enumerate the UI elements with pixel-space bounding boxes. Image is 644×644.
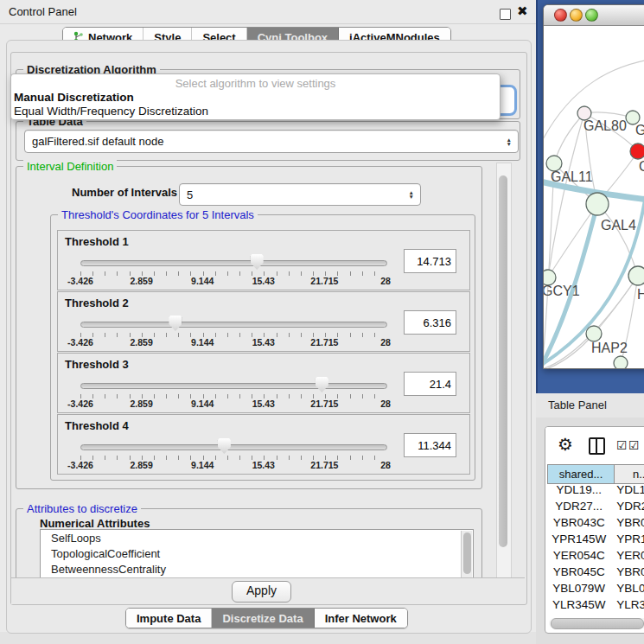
column-header-name[interactable]: n... bbox=[614, 464, 644, 484]
table-row[interactable]: YBR043CYBR0 bbox=[547, 516, 644, 532]
scrollbar-thumb[interactable] bbox=[551, 618, 644, 629]
cell[interactable]: YBR045C bbox=[547, 565, 610, 582]
apply-button[interactable]: Apply bbox=[232, 581, 291, 603]
tick-labels: -3.426 2.859 9.144 15.43 21.715 28 bbox=[80, 460, 386, 470]
dropdown-item-manual-discretization[interactable]: Manual Discretization bbox=[14, 91, 134, 104]
cell[interactable]: YBR0 bbox=[610, 516, 644, 532]
gear-icon[interactable]: ⚙ bbox=[558, 434, 573, 455]
tick-label: -3.426 bbox=[67, 276, 93, 286]
cell[interactable]: YLR345W bbox=[547, 598, 610, 615]
table-row[interactable]: YDL19...YDL1 bbox=[547, 483, 644, 500]
threshold-2-slider[interactable] bbox=[80, 315, 386, 332]
cell[interactable]: YBR043C bbox=[547, 516, 610, 532]
cell[interactable]: YIL052C bbox=[547, 615, 610, 615]
numerical-attributes-list[interactable]: SelfLoops TopologicalCoefficient Between… bbox=[40, 529, 474, 579]
list-item[interactable]: BetweennessCentrality bbox=[41, 561, 473, 577]
list-item[interactable]: TopologicalCoefficient bbox=[41, 545, 473, 561]
dropdown-item-equal-width-frequency[interactable]: Equal Width/Frequency Discretization bbox=[14, 105, 208, 118]
node-gal4[interactable] bbox=[586, 193, 609, 215]
slider-handle[interactable] bbox=[251, 254, 264, 270]
node-hap2[interactable] bbox=[586, 326, 602, 341]
tick-label: 28 bbox=[380, 337, 391, 348]
tick-label: 9.144 bbox=[191, 276, 214, 286]
zoom-traffic-light-icon[interactable] bbox=[585, 9, 598, 22]
cell[interactable]: YBL079W bbox=[547, 582, 610, 598]
tick-label: 9.144 bbox=[191, 337, 214, 348]
slider-track bbox=[80, 260, 387, 266]
threshold-2-value-field[interactable] bbox=[404, 310, 456, 335]
slider-handle[interactable] bbox=[316, 377, 328, 392]
tick-label: -3.426 bbox=[67, 460, 93, 470]
table-row[interactable]: YPR145WYPR1 bbox=[547, 532, 644, 549]
cell[interactable]: YDR2 bbox=[610, 500, 644, 516]
threshold-1-value-field[interactable] bbox=[404, 249, 456, 273]
tick-label: 15.43 bbox=[252, 337, 275, 348]
cell[interactable]: YIL0 bbox=[610, 615, 644, 615]
threshold-1-slider[interactable] bbox=[80, 253, 386, 271]
network-canvas[interactable] bbox=[544, 25, 644, 368]
node-bottom-partial[interactable] bbox=[614, 356, 628, 368]
threshold-3-slider[interactable] bbox=[80, 376, 386, 393]
cell[interactable]: YDR27... bbox=[547, 500, 610, 516]
threshold-2-panel: Threshold 2 -3.426 2.859 9.144 15.43 21.… bbox=[57, 291, 470, 352]
cell[interactable]: YER0 bbox=[610, 549, 644, 565]
numerical-attributes-heading: Numerical Attributes bbox=[40, 517, 150, 530]
list-item[interactable]: SelfLoops bbox=[41, 530, 473, 545]
tab-infer-network[interactable]: Infer Network bbox=[315, 609, 407, 628]
network-window-titlebar[interactable] bbox=[544, 5, 644, 26]
scrollbar-thumb[interactable] bbox=[463, 532, 471, 574]
threshold-4-value-field[interactable] bbox=[404, 433, 456, 457]
tick-label: 21.715 bbox=[310, 399, 338, 409]
checkbox-icon[interactable]: ☑ bbox=[628, 438, 640, 452]
slider-handle[interactable] bbox=[218, 438, 231, 454]
table-rows: YDL19...YDL1 YDR27...YDR2 YBR043CYBR0 YP… bbox=[547, 483, 644, 615]
table-row[interactable]: YBL079WYBL0 bbox=[547, 582, 644, 598]
tick-label: 28 bbox=[380, 399, 391, 409]
threshold-4-panel: Threshold 4 -3.426 2.859 9.144 15.43 21.… bbox=[57, 414, 470, 475]
cell[interactable]: YLR3 bbox=[610, 598, 644, 615]
cell[interactable]: YBL0 bbox=[610, 582, 644, 598]
cell[interactable]: YDL19... bbox=[547, 483, 610, 500]
threshold-4-slider[interactable] bbox=[80, 437, 386, 455]
tab-impute-label: Impute Data bbox=[137, 612, 201, 625]
node-right-mid[interactable] bbox=[628, 266, 644, 285]
slider-handle[interactable] bbox=[169, 316, 182, 331]
minimize-traffic-light-icon[interactable] bbox=[570, 9, 583, 22]
tab-impute-data[interactable]: Impute Data bbox=[126, 609, 212, 628]
close-icon[interactable]: ✖ bbox=[517, 3, 528, 19]
node-red-selected[interactable] bbox=[630, 143, 644, 159]
table-horizontal-scrollbar[interactable] bbox=[549, 618, 644, 628]
float-window-icon[interactable] bbox=[500, 9, 511, 20]
number-of-intervals-combobox[interactable]: 5 ▲▼ bbox=[179, 183, 421, 206]
number-of-intervals-value: 5 bbox=[187, 188, 193, 201]
close-traffic-light-icon[interactable] bbox=[554, 9, 567, 22]
cell[interactable]: YBR0 bbox=[610, 565, 644, 582]
panel-title: Control Panel bbox=[9, 5, 77, 18]
list-scrollbar[interactable] bbox=[461, 531, 472, 577]
table-row[interactable]: YLR345WYLR3 bbox=[547, 598, 644, 615]
column-header-shared-name[interactable]: shared... bbox=[547, 464, 615, 484]
checkbox-icon[interactable]: ☑ bbox=[616, 438, 628, 452]
node-table-panel: ⚙ ☑ ☑ shared... n... YDL19...YDL1 YDR27.… bbox=[545, 426, 644, 634]
cell[interactable]: YPR145W bbox=[547, 532, 610, 549]
cell[interactable]: YER054C bbox=[547, 549, 610, 565]
cell[interactable]: YPR1 bbox=[610, 532, 644, 549]
combo-spinner-icon: ▲▼ bbox=[507, 137, 512, 146]
tab-discretize-data[interactable]: Discretize Data bbox=[212, 609, 314, 628]
tick-label: 2.859 bbox=[130, 399, 152, 409]
table-row[interactable]: YIL052CYIL0 bbox=[547, 615, 644, 615]
threshold-2-label: Threshold 2 bbox=[65, 296, 129, 309]
threshold-3-value-field[interactable] bbox=[404, 372, 456, 396]
split-columns-icon[interactable] bbox=[589, 437, 605, 455]
table-data-combobox[interactable]: galFiltered.sif default node ▲▼ bbox=[24, 130, 519, 153]
network-view-window: GAL80 GA C GAL11 GAL4 GCY1 H HAP2 bbox=[543, 4, 644, 369]
settings-scrollbar[interactable] bbox=[496, 163, 512, 579]
table-row[interactable]: YDR27...YDR2 bbox=[547, 500, 644, 516]
interval-definition-title: Interval Definition bbox=[23, 160, 117, 173]
attributes-group-title: Attributes to discretize bbox=[23, 502, 141, 515]
cell[interactable]: YDL1 bbox=[610, 483, 644, 500]
table-row[interactable]: YBR045CYBR0 bbox=[547, 565, 644, 582]
scrollbar-thumb[interactable] bbox=[499, 175, 507, 547]
table-row[interactable]: YER054CYER0 bbox=[547, 549, 644, 565]
bottom-tab-bar: Impute Data Discretize Data Infer Networ… bbox=[125, 608, 408, 628]
